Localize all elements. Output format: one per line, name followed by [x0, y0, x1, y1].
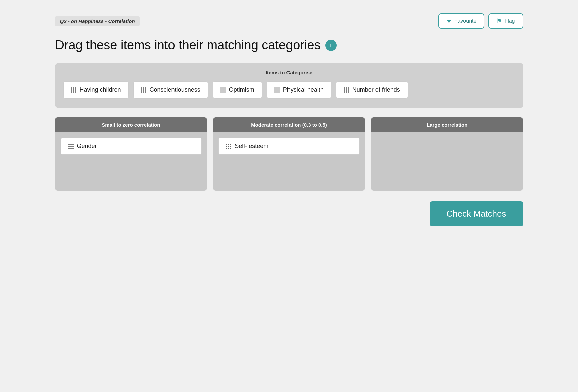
- drag-item-optimism[interactable]: Optimism: [213, 81, 262, 99]
- category-header-large: Large correlation: [371, 117, 523, 132]
- drag-icon: [344, 87, 349, 93]
- category-body-small-zero[interactable]: Gender: [55, 132, 207, 186]
- category-box-large: Large correlation: [371, 117, 523, 191]
- categorise-section-label: Items to Categorise: [63, 70, 515, 75]
- drag-item-label: Optimism: [229, 86, 254, 93]
- category-header-small-zero: Small to zero correlation: [55, 117, 207, 132]
- items-grid: Having childrenConscientiousnessOptimism…: [63, 81, 515, 99]
- category-item-label: Self- esteem: [235, 143, 268, 150]
- categorise-section: Items to Categorise Having childrenConsc…: [55, 63, 523, 108]
- flag-button[interactable]: ⚑ Flag: [488, 13, 523, 29]
- drag-item-label: Having children: [80, 86, 121, 93]
- category-box-moderate: Moderate correlation (0.3 to 0.5)Self- e…: [213, 117, 365, 191]
- categories-row: Small to zero correlationGenderModerate …: [55, 117, 523, 191]
- flag-label: Flag: [504, 18, 515, 24]
- category-box-small-zero: Small to zero correlationGender: [55, 117, 207, 191]
- star-icon: ★: [446, 17, 452, 25]
- category-item-self-esteem[interactable]: Self- esteem: [218, 138, 360, 155]
- favourite-label: Favourite: [454, 18, 477, 24]
- check-matches-button[interactable]: Check Matches: [430, 201, 523, 226]
- drag-item-physical-health[interactable]: Physical health: [267, 81, 331, 99]
- drag-item-label: Physical health: [283, 86, 324, 93]
- drag-item-conscientiousness[interactable]: Conscientiousness: [133, 81, 208, 99]
- drag-item-label: Conscientiousness: [150, 86, 200, 93]
- category-item-label: Gender: [77, 143, 97, 150]
- page-title: Drag these items into their matching cat…: [55, 38, 523, 52]
- flag-icon: ⚑: [496, 17, 502, 25]
- category-header-moderate: Moderate correlation (0.3 to 0.5): [213, 117, 365, 132]
- top-actions: ★ Favourite ⚑ Flag: [438, 13, 523, 29]
- category-body-moderate[interactable]: Self- esteem: [213, 132, 365, 186]
- drag-icon: [220, 87, 226, 93]
- drag-icon: [68, 144, 74, 149]
- drag-item-number-of-friends[interactable]: Number of friends: [336, 81, 408, 99]
- bottom-bar: Check Matches: [55, 201, 523, 226]
- drag-icon: [274, 87, 280, 93]
- drag-icon: [226, 144, 231, 149]
- drag-icon: [71, 87, 76, 93]
- category-item-gender[interactable]: Gender: [61, 138, 202, 155]
- favourite-button[interactable]: ★ Favourite: [438, 13, 485, 29]
- drag-item-label: Number of friends: [352, 86, 400, 93]
- page-title-text: Drag these items into their matching cat…: [55, 38, 321, 52]
- page-container: Q2 - on Happiness - Correlation ★ Favour…: [55, 13, 523, 226]
- question-label: Q2 - on Happiness - Correlation: [55, 16, 140, 26]
- info-icon[interactable]: i: [325, 40, 337, 51]
- category-body-large[interactable]: [371, 132, 523, 186]
- drag-icon: [141, 87, 146, 93]
- top-bar: Q2 - on Happiness - Correlation ★ Favour…: [55, 13, 523, 29]
- drag-item-having-children[interactable]: Having children: [63, 81, 129, 99]
- question-prefix: Q2 - on: [60, 18, 79, 24]
